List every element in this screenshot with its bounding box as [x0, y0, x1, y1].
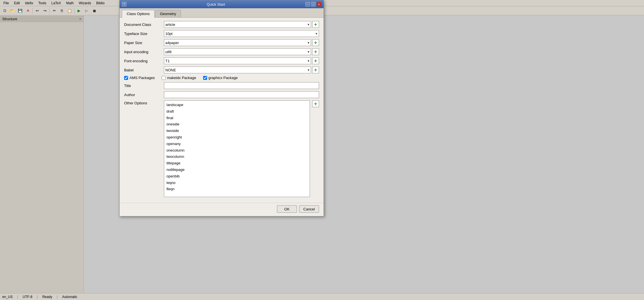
graphicx-package-label: graphicx Package [209, 76, 238, 80]
other-options-btn-col: + [311, 100, 319, 107]
other-options-add-btn[interactable]: + [312, 100, 319, 107]
toolbar-run[interactable]: ▶ [75, 7, 83, 14]
menu-wizards[interactable]: Wizards [76, 1, 93, 6]
menu-edit[interactable]: Edit [12, 1, 22, 6]
babel-select[interactable]: NONE english french german spanish [164, 67, 311, 73]
dialog-close-btn[interactable]: × [317, 2, 321, 7]
toolbar-close-doc[interactable]: ✕ [24, 7, 32, 14]
author-row: Author [124, 91, 319, 98]
babel-label: Babel [124, 68, 164, 72]
sidebar-close-btn[interactable]: × [79, 17, 81, 21]
typeface-size-label: Typeface Size [124, 32, 164, 36]
graphicx-package-checkbox[interactable] [203, 76, 207, 80]
babel-plus-icon: + [314, 67, 317, 73]
list-item[interactable]: openbib [165, 173, 309, 180]
dialog-title-text: Quick Start [126, 2, 305, 7]
menu-math[interactable]: Math [64, 1, 76, 6]
makeidx-package-checkbox[interactable] [162, 76, 166, 80]
dialog-minimize-btn[interactable]: − [305, 2, 310, 7]
dialog-titlebar: ? Quick Start − □ × [120, 0, 324, 8]
menu-idefix[interactable]: Idefix [23, 1, 36, 6]
input-encoding-select[interactable]: utf8 latin1 ascii utf8x [164, 48, 311, 55]
list-item[interactable]: oneside [165, 121, 309, 128]
list-item[interactable]: fleqn [165, 186, 309, 193]
document-class-label: Document Class [124, 22, 164, 27]
document-class-add-btn[interactable]: + [312, 21, 319, 28]
toolbar-undo[interactable]: ↩ [34, 7, 41, 14]
input-encoding-label: Input encoding [124, 50, 164, 54]
author-controls [164, 91, 319, 98]
author-label: Author [124, 93, 164, 97]
other-options-listbox[interactable]: landscape draft final oneside twoside op… [164, 100, 310, 197]
menu-tools[interactable]: Tools [36, 1, 49, 6]
list-item[interactable]: twocolumn [165, 154, 309, 160]
paper-size-plus-icon: + [314, 40, 317, 45]
list-item[interactable]: openright [165, 134, 309, 141]
toolbar-stop[interactable]: ◼ [91, 7, 98, 14]
makeidx-package-item: makeidx Package [162, 76, 196, 80]
list-item[interactable]: openany [165, 141, 309, 147]
font-encoding-select[interactable]: T1 OT1 LGR T2A [164, 57, 311, 64]
paper-size-add-btn[interactable]: + [312, 39, 319, 46]
input-encoding-plus-icon: + [314, 49, 317, 54]
list-item[interactable]: final [165, 115, 309, 121]
list-item[interactable]: draft [165, 108, 309, 115]
menu-latex[interactable]: LaTeX [49, 1, 63, 6]
menu-biblio[interactable]: Biblio [94, 1, 107, 6]
toolbar-paste[interactable]: 📋 [66, 7, 73, 14]
typeface-size-select-wrapper: 10pt 11pt 12pt ▼ [164, 30, 319, 37]
list-item[interactable]: notitlepage [165, 167, 309, 173]
toolbar-open[interactable]: 📂 [9, 7, 16, 14]
makeidx-package-label: makeidx Package [167, 76, 196, 80]
menu-file[interactable]: File [1, 1, 11, 6]
left-sidebar: Structure × [0, 16, 84, 293]
author-input[interactable] [164, 91, 319, 98]
dialog-help-btn[interactable]: ? [122, 2, 126, 7]
document-class-row: Document Class article book report lette… [124, 21, 319, 28]
list-item[interactable]: twoside [165, 128, 309, 134]
other-options-plus-icon: + [314, 101, 317, 106]
list-item[interactable]: leqno [165, 180, 309, 186]
typeface-size-row: Typeface Size 10pt 11pt 12pt ▼ [124, 30, 319, 37]
input-encoding-controls: utf8 latin1 ascii utf8x ▼ + [164, 48, 319, 55]
list-item[interactable]: landscape [165, 102, 309, 108]
font-encoding-plus-icon: + [314, 58, 317, 63]
graphicx-package-item: graphicx Package [203, 76, 238, 80]
font-encoding-add-btn[interactable]: + [312, 57, 319, 64]
list-item[interactable]: titlepage [165, 160, 309, 167]
ams-packages-checkbox[interactable] [124, 76, 128, 80]
status-encoding: UTF-8 [23, 295, 32, 299]
font-encoding-row: Font encoding T1 OT1 LGR T2A ▼ + [124, 57, 319, 64]
toolbar-run-fast[interactable]: ▷ [83, 7, 90, 14]
paper-size-label: Paper Size [124, 41, 164, 45]
toolbar-copy[interactable]: ⎘ [58, 7, 66, 14]
font-encoding-select-wrapper: T1 OT1 LGR T2A ▼ [164, 57, 311, 64]
toolbar-save[interactable]: 💾 [16, 7, 24, 14]
input-encoding-select-wrapper: utf8 latin1 ascii utf8x ▼ [164, 48, 311, 55]
babel-add-btn[interactable]: + [312, 67, 319, 73]
sidebar-title-bar: Structure × [0, 16, 84, 22]
toolbar-redo[interactable]: ↪ [41, 7, 49, 14]
paper-size-select[interactable]: a4paper letterpaper a5paper b5paper lega… [164, 39, 311, 46]
dialog-maximize-btn[interactable]: □ [311, 2, 316, 7]
other-options-row: Other Options landscape draft final ones… [124, 100, 319, 197]
paper-size-select-wrapper: a4paper letterpaper a5paper b5paper lega… [164, 39, 311, 46]
title-input[interactable] [164, 82, 319, 89]
tab-class-options[interactable]: Class Options [122, 10, 155, 18]
input-encoding-add-btn[interactable]: + [312, 48, 319, 55]
ok-button[interactable]: OK [277, 205, 297, 213]
typeface-size-select[interactable]: 10pt 11pt 12pt [164, 30, 319, 37]
toolbar-new[interactable]: 🗋 [1, 7, 9, 14]
title-label: Title [124, 84, 164, 88]
toolbar-cut[interactable]: ✂ [51, 7, 58, 14]
document-class-select[interactable]: article book report letter slides [164, 21, 311, 28]
cancel-button[interactable]: Cancel [299, 205, 319, 213]
dialog-tabs: Class Options Geometry [120, 8, 324, 18]
tab-geometry[interactable]: Geometry [155, 10, 181, 17]
dialog-title-left-icons: ? [122, 2, 126, 7]
dialog-window-controls: − □ × [305, 2, 321, 7]
paper-size-controls: a4paper letterpaper a5paper b5paper lega… [164, 39, 319, 46]
title-controls [164, 82, 319, 89]
list-item[interactable]: onecolumn [165, 147, 309, 154]
input-encoding-row: Input encoding utf8 latin1 ascii utf8x ▼… [124, 48, 319, 55]
